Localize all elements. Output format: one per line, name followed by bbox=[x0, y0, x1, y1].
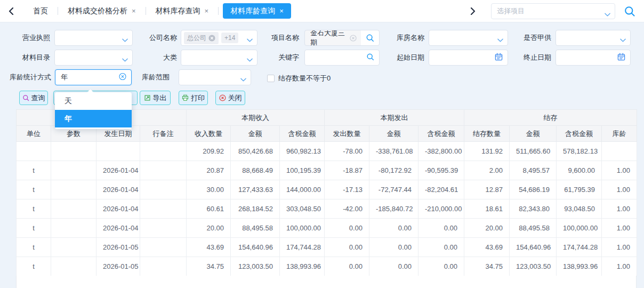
age-range-select[interactable] bbox=[179, 69, 251, 85]
business-license-label: 营业执照 bbox=[5, 30, 50, 46]
chevron-right-icon[interactable] bbox=[467, 5, 479, 17]
tab-close-icon[interactable]: × bbox=[279, 7, 284, 15]
table-column-header[interactable]: 单位 bbox=[17, 126, 51, 142]
table-column-header[interactable]: 含税金额 bbox=[557, 126, 602, 142]
table-cell: 43.69 bbox=[464, 238, 510, 257]
table-cell bbox=[140, 257, 187, 276]
search-icon[interactable] bbox=[366, 53, 374, 62]
table-cell: 1.00 bbox=[602, 219, 637, 238]
table-cell: 88,668.49 bbox=[231, 161, 280, 180]
table-cell: -185,840.72 bbox=[369, 199, 418, 219]
table-column-header[interactable]: 库龄 bbox=[602, 126, 637, 142]
export-button[interactable]: 导出 bbox=[140, 91, 171, 105]
table-cell: 0.00 bbox=[369, 257, 418, 276]
table-cell bbox=[51, 238, 96, 257]
company-name-select[interactable]: 总公司 +14 bbox=[181, 30, 257, 46]
tab-label: 首页 bbox=[33, 6, 48, 16]
print-button[interactable]: 打印 bbox=[179, 91, 208, 105]
close-circle-icon bbox=[219, 94, 226, 101]
company-name-label: 公司名称 bbox=[139, 30, 177, 46]
dropdown-option-day[interactable]: 天 bbox=[55, 92, 132, 110]
table-cell bbox=[140, 219, 187, 238]
export-button-label: 导出 bbox=[153, 93, 167, 103]
table-cell: -80,172.92 bbox=[369, 161, 418, 180]
table-column-header[interactable]: 发出数量 bbox=[325, 126, 369, 142]
start-date-input[interactable] bbox=[429, 50, 508, 66]
tab-material-age-query[interactable]: 材料库龄查询× bbox=[223, 3, 291, 19]
checkbox-icon[interactable] bbox=[267, 75, 275, 82]
tab-divider bbox=[218, 7, 219, 15]
calendar-icon[interactable] bbox=[495, 53, 503, 62]
table-row[interactable]: t2026-01-0420.8788,668.49100,195.39-18.8… bbox=[17, 161, 637, 180]
nonzero-balance-checkbox-wrap[interactable]: 结存数量不等于0 bbox=[267, 74, 331, 83]
major-category-select[interactable] bbox=[181, 50, 257, 66]
table-row[interactable]: t2026-01-0534.75123,003.50138,993.960.00… bbox=[17, 257, 637, 276]
table-cell bbox=[140, 161, 187, 180]
major-category-label: 大类 bbox=[139, 50, 177, 66]
table-cell: 144,000.00 bbox=[280, 180, 325, 199]
table-row[interactable]: t2026-01-0430.00127,433.63144,000.00-17.… bbox=[17, 180, 637, 199]
table-cell bbox=[140, 180, 187, 199]
table-column-header[interactable]: 金额 bbox=[231, 126, 280, 142]
table-cell: 2026-01-05 bbox=[96, 238, 140, 257]
table-column-header[interactable]: 含税金额 bbox=[280, 126, 325, 142]
project-name-input[interactable]: 金石大厦三期 bbox=[304, 30, 380, 46]
keyword-input[interactable] bbox=[304, 50, 380, 66]
table-row[interactable]: 209.92850,426.68960,982.13-78.00-338,761… bbox=[17, 142, 637, 161]
table-cell: 268,184.52 bbox=[231, 199, 280, 219]
warehouse-name-select[interactable] bbox=[429, 30, 508, 46]
table-cell: 61,795.39 bbox=[557, 180, 602, 199]
chevron-left-icon[interactable] bbox=[5, 5, 17, 17]
table-cell: 960,982.13 bbox=[280, 142, 325, 161]
project-select[interactable]: 选择项目 bbox=[491, 3, 615, 19]
calendar-icon[interactable] bbox=[617, 53, 625, 62]
search-icon[interactable] bbox=[361, 30, 379, 45]
age-stat-method-input[interactable]: 年 bbox=[55, 69, 132, 85]
table-cell: 54,686.19 bbox=[510, 180, 557, 199]
query-button[interactable]: 查询 bbox=[19, 91, 48, 105]
owner-supplied-select[interactable] bbox=[556, 30, 631, 46]
close-button-label: 关闭 bbox=[228, 93, 242, 103]
dropdown-option-year[interactable]: 年 bbox=[55, 110, 132, 127]
table-column-header[interactable]: 金额 bbox=[510, 126, 557, 142]
tab-close-icon[interactable]: × bbox=[132, 7, 136, 15]
table-cell bbox=[51, 199, 96, 219]
chevron-down-icon bbox=[605, 9, 610, 19]
table-cell: 88,495.58 bbox=[231, 219, 280, 238]
table-cell: -338,761.08 bbox=[369, 142, 418, 161]
close-button[interactable]: 关闭 bbox=[215, 91, 245, 105]
table-row[interactable]: t2026-01-0543.69154,640.96174,744.280.00… bbox=[17, 238, 637, 257]
tab-bar: 首页 材料成交价格分析× 材料库存查询× 材料库龄查询× bbox=[23, 0, 295, 22]
table-column-header[interactable]: 结存数量 bbox=[464, 126, 510, 142]
table-cell: -42.00 bbox=[325, 199, 369, 219]
table-cell: 2026-01-05 bbox=[96, 257, 140, 276]
table-cell: 138,993.96 bbox=[280, 257, 325, 276]
table-row[interactable]: t2026-01-0460.61268,184.52303,048.50-42.… bbox=[17, 199, 637, 219]
tab-material-price-analysis[interactable]: 材料成交价格分析× bbox=[58, 0, 146, 22]
table-column-header[interactable]: 金额 bbox=[369, 126, 418, 142]
search-icon[interactable] bbox=[624, 5, 635, 17]
clear-icon[interactable] bbox=[119, 73, 126, 82]
tab-close-icon[interactable]: × bbox=[205, 7, 209, 15]
search-icon bbox=[22, 94, 29, 101]
table-row[interactable]: t2026-01-0420.0088,495.58100,000.000.000… bbox=[17, 219, 637, 238]
table-cell bbox=[51, 257, 96, 276]
tab-material-stock-query[interactable]: 材料库存查询× bbox=[146, 0, 219, 22]
business-license-select[interactable] bbox=[54, 30, 133, 46]
table-column-header[interactable]: 含税金额 bbox=[418, 126, 464, 142]
table-column-header[interactable]: 行备注 bbox=[140, 126, 187, 142]
table-column-header[interactable]: 收入数量 bbox=[187, 126, 231, 142]
table-cell: -82,204.61 bbox=[418, 180, 464, 199]
tag-close-icon[interactable] bbox=[208, 35, 215, 42]
table-cell: 0.00 bbox=[325, 238, 369, 257]
table-cell: 30.00 bbox=[187, 180, 231, 199]
clear-icon[interactable] bbox=[350, 35, 357, 42]
material-catalog-select[interactable] bbox=[54, 50, 133, 66]
table-cell: 131.92 bbox=[464, 142, 510, 161]
table-cell: 0.00 bbox=[418, 238, 464, 257]
end-date-input[interactable] bbox=[556, 50, 631, 66]
table-cell: 0.00 bbox=[369, 238, 418, 257]
table-cell: 2.00 bbox=[464, 161, 510, 180]
table-cell: 82,343.80 bbox=[510, 199, 557, 219]
tab-home[interactable]: 首页 bbox=[23, 0, 58, 22]
